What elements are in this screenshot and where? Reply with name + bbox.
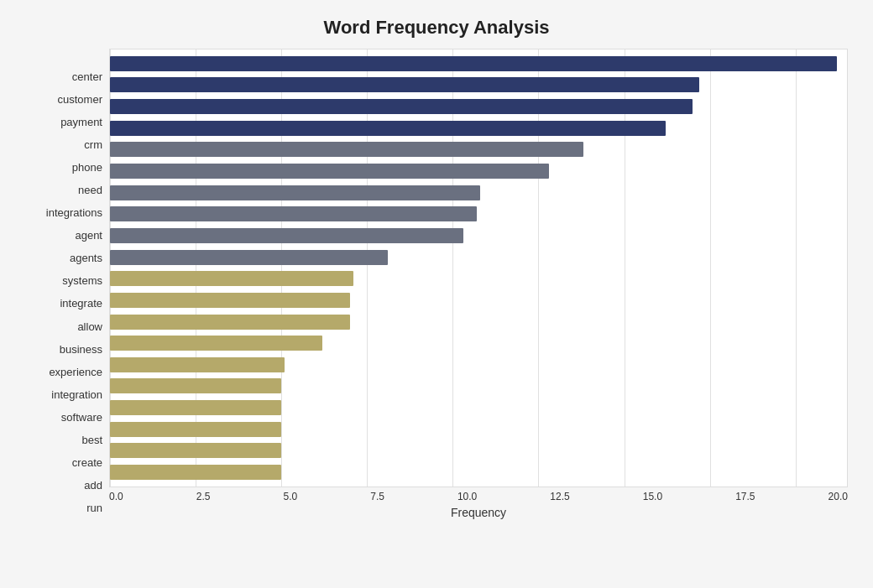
y-label-need: need	[78, 181, 102, 200]
y-label-crm: crm	[84, 136, 102, 154]
chart-title: Word Frequency Analysis	[25, 17, 848, 39]
bar-business	[110, 315, 350, 330]
bar-integration	[110, 357, 285, 372]
bar-row	[110, 75, 847, 94]
y-label-experience: experience	[49, 362, 102, 381]
x-tick-label: 7.5	[370, 491, 384, 502]
bar-integrations	[110, 185, 480, 200]
bar-software	[110, 378, 281, 393]
bar-customer	[110, 77, 699, 92]
bar-need	[110, 164, 549, 179]
x-tick-label: 17.5	[735, 491, 755, 502]
bar-integrate	[110, 271, 353, 286]
bar-create	[110, 422, 281, 437]
bar-row	[110, 313, 847, 331]
y-label-create: create	[72, 453, 102, 471]
bar-row	[110, 441, 847, 460]
bar-crm	[110, 121, 666, 136]
bar-systems	[110, 250, 388, 265]
bar-add	[110, 443, 281, 458]
grid-and-bars	[109, 49, 848, 487]
y-label-best: best	[81, 430, 102, 449]
x-tick-label: 15.0	[643, 491, 662, 502]
bar-row	[110, 291, 847, 310]
bar-payment	[110, 99, 693, 114]
bar-row	[110, 205, 847, 223]
bar-allow	[110, 293, 350, 308]
bar-experience	[110, 336, 322, 351]
bar-row	[110, 463, 847, 481]
bar-run	[110, 465, 281, 480]
bar-row	[110, 184, 847, 202]
y-label-phone: phone	[72, 159, 102, 177]
x-axis: 0.02.55.07.510.012.515.017.520.0	[109, 487, 848, 502]
bar-row	[110, 248, 847, 267]
bar-best	[110, 400, 281, 415]
bar-row	[110, 226, 847, 245]
chart-area: centercustomerpaymentcrmphoneneedintegra…	[25, 49, 848, 519]
bar-row	[110, 119, 847, 138]
bar-agent	[110, 206, 477, 221]
bars-wrapper	[110, 49, 847, 487]
bar-row	[110, 269, 847, 288]
y-labels: centercustomerpaymentcrmphoneneedintegra…	[25, 49, 109, 519]
x-tick-label: 12.5	[550, 491, 569, 502]
y-label-agents: agents	[70, 249, 102, 268]
bar-row	[110, 97, 847, 116]
bar-phone	[110, 142, 583, 157]
y-label-business: business	[60, 340, 102, 358]
x-axis-title: Frequency	[109, 506, 848, 519]
y-label-software: software	[61, 408, 102, 426]
x-tick-label: 5.0	[283, 491, 297, 502]
x-tick-label: 0.0	[109, 491, 123, 502]
bar-center	[110, 56, 837, 71]
y-label-payment: payment	[60, 113, 102, 132]
y-label-agent: agent	[75, 226, 102, 245]
chart-container: Word Frequency Analysis centercustomerpa…	[0, 0, 873, 588]
bar-row	[110, 55, 847, 73]
bar-row	[110, 140, 847, 159]
bar-row	[110, 162, 847, 180]
y-label-center: center	[72, 68, 102, 86]
bar-row	[110, 420, 847, 439]
bar-row	[110, 377, 847, 395]
x-tick-label: 2.5	[196, 491, 211, 502]
x-tick-label: 20.0	[829, 491, 848, 502]
y-label-allow: allow	[77, 317, 102, 336]
y-label-integrations: integrations	[46, 204, 102, 222]
bar-row	[110, 334, 847, 352]
bar-agents	[110, 228, 463, 243]
bars-and-x: 0.02.55.07.510.012.515.017.520.0 Frequen…	[109, 49, 848, 519]
y-label-integration: integration	[51, 385, 102, 403]
y-label-customer: customer	[58, 91, 102, 109]
y-label-run: run	[86, 498, 102, 517]
y-label-integrate: integrate	[60, 294, 102, 313]
y-label-systems: systems	[62, 272, 102, 290]
x-tick-label: 10.0	[457, 491, 477, 502]
bar-row	[110, 398, 847, 417]
y-label-add: add	[84, 476, 102, 494]
bar-row	[110, 356, 847, 374]
